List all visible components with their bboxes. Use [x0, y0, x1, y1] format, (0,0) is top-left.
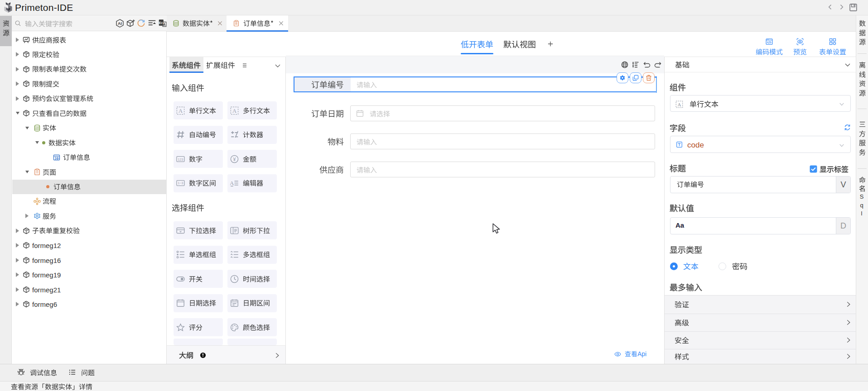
- svg-text:A: A: [677, 102, 681, 107]
- svg-text:A: A: [230, 180, 234, 186]
- svg-text:123: 123: [178, 157, 183, 161]
- svg-text:¥: ¥: [233, 156, 236, 162]
- svg-text:AI: AI: [118, 21, 122, 26]
- svg-text:A: A: [178, 108, 183, 114]
- svg-text:A: A: [232, 108, 236, 114]
- svg-text:1~3: 1~3: [178, 181, 183, 185]
